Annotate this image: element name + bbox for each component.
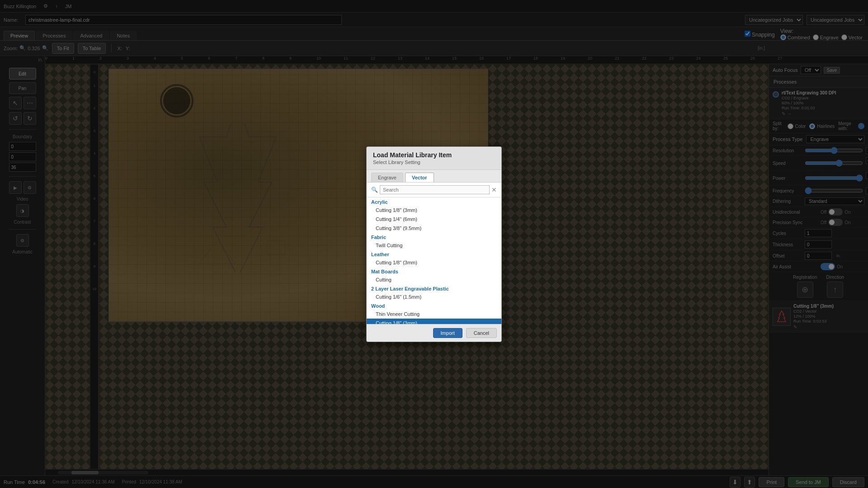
- modal-subtitle: Select Library Setting: [373, 160, 495, 165]
- modal-item-wood-2[interactable]: Cutting 1/8" (3mm): [367, 319, 501, 324]
- modal-item-acrylic-1[interactable]: Cutting 1/8" (3mm): [367, 206, 501, 215]
- modal-item-leather-1[interactable]: Cutting 1/8" (3mm): [367, 258, 501, 267]
- modal-overlay[interactable]: Load Material Library Item Select Librar…: [0, 0, 868, 488]
- import-button[interactable]: Import: [433, 328, 462, 338]
- category-mat-boards: Mat Boards: [367, 267, 501, 275]
- category-acrylic: Acrylic: [367, 197, 501, 206]
- cancel-button[interactable]: Cancel: [466, 328, 497, 338]
- modal-item-fabric-1[interactable]: Twill Cutting: [367, 241, 501, 250]
- search-icon: 🔍: [371, 187, 378, 193]
- modal-tab-engrave[interactable]: Engrave: [371, 173, 403, 182]
- search-input[interactable]: [380, 185, 490, 194]
- modal-search-bar: 🔍 ✕: [367, 183, 501, 197]
- modal-list: Acrylic Cutting 1/8" (3mm) Cutting 1/4" …: [367, 197, 501, 324]
- modal-footer: Import Cancel: [367, 324, 501, 342]
- modal-header: Load Material Library Item Select Librar…: [367, 147, 501, 170]
- modal-item-acrylic-2[interactable]: Cutting 1/4" (6mm): [367, 215, 501, 224]
- modal-tab-vector[interactable]: Vector: [405, 173, 434, 182]
- modal-tabs: Engrave Vector: [367, 170, 501, 183]
- category-wood: Wood: [367, 301, 501, 310]
- modal-item-plastic-1[interactable]: Cutting 1/6" (1.5mm): [367, 292, 501, 301]
- category-leather: Leather: [367, 250, 501, 258]
- search-clear-icon[interactable]: ✕: [491, 186, 497, 193]
- modal-item-mat-1[interactable]: Cutting: [367, 275, 501, 284]
- category-laser-plastic: 2 Layer Laser Engravable Plastic: [367, 284, 501, 292]
- modal-dialog: Load Material Library Item Select Librar…: [366, 146, 502, 342]
- modal-title: Load Material Library Item: [373, 151, 495, 159]
- modal-item-acrylic-3[interactable]: Cutting 3/8" (9.5mm): [367, 224, 501, 233]
- modal-item-wood-1[interactable]: Thin Veneer Cutting: [367, 310, 501, 319]
- category-fabric: Fabric: [367, 233, 501, 241]
